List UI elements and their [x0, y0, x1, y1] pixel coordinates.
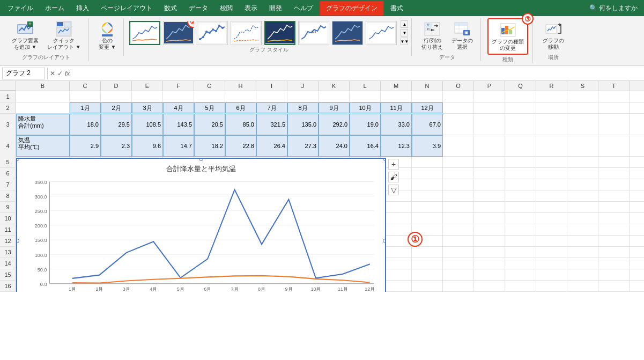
chart-container[interactable]: 合計降水量と平均気温 0.0 50.0	[16, 158, 386, 292]
cell-o11[interactable]	[443, 224, 474, 235]
handle-tl[interactable]	[16, 158, 19, 161]
cell-t15[interactable]	[598, 269, 630, 280]
cell-n10[interactable]	[412, 213, 443, 224]
cell-b2[interactable]	[16, 102, 70, 113]
cell-o13[interactable]	[443, 247, 474, 258]
menu-help[interactable]: ヘルプ	[288, 2, 319, 15]
cell-s6[interactable]	[567, 168, 598, 179]
cell-g3[interactable]: 20.5	[194, 114, 225, 135]
cell-s2[interactable]	[567, 102, 598, 113]
cell-p2[interactable]	[474, 102, 505, 113]
select-data-button[interactable]: ▣ データの選択	[448, 18, 476, 53]
menu-data[interactable]: データ	[183, 2, 213, 15]
cell-b3[interactable]: 降水量合計(mm)	[16, 114, 70, 135]
chart-add-button[interactable]: +	[388, 159, 399, 170]
cell-n5[interactable]	[412, 157, 443, 167]
cell-o6[interactable]	[443, 168, 474, 179]
col-header-t[interactable]: T	[598, 81, 630, 91]
cell-k2[interactable]: 9月	[319, 102, 350, 113]
cell-t1[interactable]	[598, 91, 630, 102]
cell-e3[interactable]: 108.5	[132, 114, 163, 135]
gallery-up-button[interactable]: ▲	[401, 20, 408, 28]
cell-r6[interactable]	[536, 168, 567, 179]
cell-q14[interactable]	[505, 258, 536, 269]
cell-s7[interactable]	[567, 179, 598, 190]
col-header-s[interactable]: S	[567, 81, 598, 91]
cell-h3[interactable]: 85.0	[225, 114, 256, 135]
chart-filter-button[interactable]: ▽	[388, 185, 399, 195]
cell-s11[interactable]	[567, 224, 598, 235]
cell-c3[interactable]: 18.0	[70, 114, 101, 135]
cell-q5[interactable]	[505, 157, 536, 167]
chart-style-7[interactable]	[332, 21, 363, 45]
cell-r15[interactable]	[536, 269, 567, 280]
search-box[interactable]: 🔍 何をしますか	[585, 4, 642, 13]
cell-q10[interactable]	[505, 213, 536, 224]
cell-d2[interactable]: 2月	[101, 102, 132, 113]
cell-s10[interactable]	[567, 213, 598, 224]
col-header-l[interactable]: L	[350, 81, 381, 91]
cell-o2[interactable]	[443, 102, 474, 113]
cell-c2[interactable]: 1月	[70, 102, 101, 113]
change-color-button[interactable]: 色の変更 ▼	[95, 18, 120, 53]
cancel-icon[interactable]: ✕	[50, 70, 55, 77]
cell-k1[interactable]	[319, 91, 350, 102]
cell-t4[interactable]	[598, 135, 630, 157]
col-header-o[interactable]: O	[443, 81, 474, 91]
col-header-j[interactable]: J	[287, 81, 319, 91]
col-header-p[interactable]: P	[474, 81, 505, 91]
cell-p6[interactable]	[474, 168, 505, 179]
cell-p8[interactable]	[474, 190, 505, 201]
formula-input[interactable]	[72, 68, 642, 79]
cell-k4[interactable]: 24.0	[319, 135, 350, 157]
cell-j2[interactable]: 8月	[287, 102, 319, 113]
col-header-m[interactable]: M	[381, 81, 412, 91]
cell-s9[interactable]	[567, 202, 598, 212]
col-header-h[interactable]: H	[225, 81, 256, 91]
cell-t9[interactable]	[598, 202, 630, 212]
cell-p12[interactable]	[474, 236, 505, 246]
cell-r14[interactable]	[536, 258, 567, 269]
cell-s1[interactable]	[567, 91, 598, 102]
cell-r1[interactable]	[536, 91, 567, 102]
cell-b4[interactable]: 気温平均(℃)	[16, 135, 70, 157]
cell-n1[interactable]	[412, 91, 443, 102]
menu-insert[interactable]: 挿入	[71, 2, 94, 15]
cell-e1[interactable]	[132, 91, 163, 102]
chart-style-2[interactable]: ②	[163, 21, 194, 45]
cell-h1[interactable]	[225, 91, 256, 102]
cell-t8[interactable]	[598, 190, 630, 201]
cell-r7[interactable]	[536, 179, 567, 190]
cell-c4[interactable]: 2.9	[70, 135, 101, 157]
handle-mr[interactable]	[383, 239, 386, 243]
handle-tm[interactable]	[199, 158, 203, 161]
cell-k3[interactable]: 292.0	[319, 114, 350, 135]
cell-q11[interactable]	[505, 224, 536, 235]
cell-i4[interactable]: 26.4	[256, 135, 287, 157]
cell-c1[interactable]	[70, 91, 101, 102]
cell-s12[interactable]	[567, 236, 598, 246]
col-header-b[interactable]: B	[16, 81, 70, 91]
cell-o16[interactable]	[443, 281, 474, 291]
cell-n15[interactable]	[412, 269, 443, 280]
chart-style-4[interactable]	[231, 21, 262, 45]
cell-q15[interactable]	[505, 269, 536, 280]
quick-layout-button[interactable]: クイックレイアウト ▼	[44, 18, 84, 53]
cell-r13[interactable]	[536, 247, 567, 258]
cell-p13[interactable]	[474, 247, 505, 258]
cell-q9[interactable]	[505, 202, 536, 212]
col-header-n[interactable]: N	[412, 81, 443, 91]
menu-page-layout[interactable]: ページレイアウト	[95, 2, 158, 15]
cell-n8[interactable]	[412, 190, 443, 201]
cell-t7[interactable]	[598, 179, 630, 190]
cell-d1[interactable]	[101, 91, 132, 102]
cell-r16[interactable]	[536, 281, 567, 291]
cell-q7[interactable]	[505, 179, 536, 190]
cell-q16[interactable]	[505, 281, 536, 291]
cell-p5[interactable]	[474, 157, 505, 167]
cell-q8[interactable]	[505, 190, 536, 201]
cell-n13[interactable]	[412, 247, 443, 258]
menu-review[interactable]: 校閲	[214, 2, 238, 15]
cell-n2[interactable]: 12月	[412, 102, 443, 113]
chart-style-8[interactable]	[366, 21, 397, 45]
